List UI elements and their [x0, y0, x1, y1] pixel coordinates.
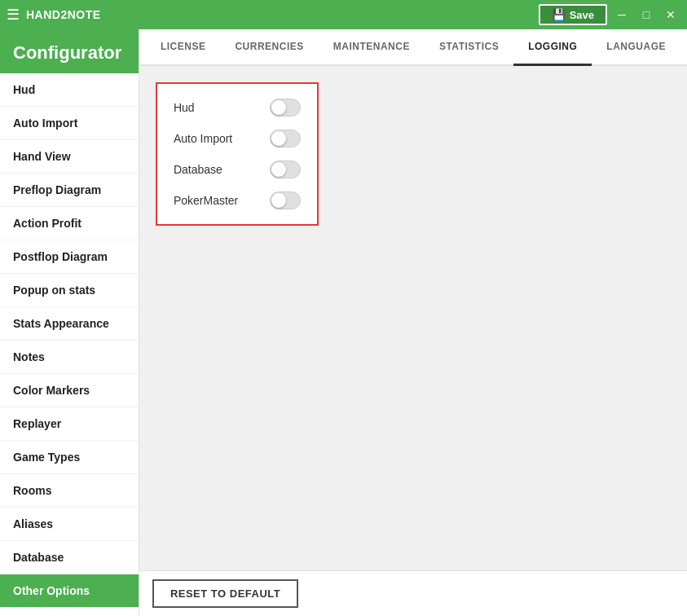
tab-maintenance[interactable]: MAINTENANCE [319, 29, 425, 66]
app-title: HAND2NOTE [26, 8, 101, 21]
tabs-bar: LICENSECURRENCIESMAINTENANCESTATISTICSLO… [139, 29, 687, 66]
toggle-switch-database[interactable] [270, 161, 301, 178]
bottom-bar: RESET TO DEFAULT [139, 570, 687, 616]
sidebar-item-database[interactable]: Database [0, 541, 139, 574]
sidebar-item-action-profit[interactable]: Action Profit [0, 207, 139, 240]
sidebar-header: Configurator [0, 29, 139, 73]
sidebar-item-aliases[interactable]: Aliases [0, 508, 139, 541]
save-icon: 💾 [552, 8, 566, 21]
minimize-button[interactable]: ─ [612, 5, 632, 24]
sidebar: Configurator HudAuto ImportHand ViewPref… [0, 29, 139, 616]
reset-to-default-button[interactable]: RESET TO DEFAULT [152, 579, 298, 608]
toggle-switch-pokermaster[interactable] [270, 191, 301, 209]
sidebar-items: HudAuto ImportHand ViewPreflop DiagramAc… [0, 73, 139, 608]
sidebar-item-popup-on-stats[interactable]: Popup on stats [0, 274, 139, 307]
sidebar-item-postflop-diagram[interactable]: Postflop Diagram [0, 240, 139, 274]
maximize-button[interactable]: □ [636, 5, 656, 24]
sidebar-item-replayer[interactable]: Replayer [0, 407, 139, 441]
tab-license[interactable]: LICENSE [146, 29, 221, 66]
main-panel: HudAuto ImportDatabasePokerMaster [139, 66, 687, 570]
sidebar-item-notes[interactable]: Notes [0, 341, 139, 374]
toggle-row-pokermaster: PokerMaster [157, 185, 317, 216]
toggle-label-auto-import: Auto Import [174, 132, 232, 145]
save-label: Save [570, 9, 594, 21]
tab-logging[interactable]: LOGGING [513, 29, 592, 66]
toggle-row-auto-import: Auto Import [157, 123, 317, 154]
content-area: LICENSECURRENCIESMAINTENANCESTATISTICSLO… [139, 29, 687, 616]
sidebar-item-other-options[interactable]: Other Options [0, 574, 139, 608]
close-button[interactable]: ✕ [661, 5, 680, 24]
menu-icon[interactable]: ☰ [7, 6, 20, 24]
sidebar-item-auto-import[interactable]: Auto Import [0, 107, 139, 140]
sidebar-item-game-types[interactable]: Game Types [0, 441, 139, 474]
save-button[interactable]: 💾 Save [539, 4, 607, 25]
tab-language[interactable]: LANGUAGE [592, 29, 680, 66]
sidebar-item-color-markers[interactable]: Color Markers [0, 374, 139, 407]
sidebar-item-preflop-diagram[interactable]: Preflop Diagram [0, 174, 139, 207]
sidebar-item-rooms[interactable]: Rooms [0, 474, 139, 508]
titlebar-left: ☰ HAND2NOTE [7, 6, 101, 24]
toggle-switch-auto-import[interactable] [270, 130, 301, 147]
toggle-switch-hud[interactable] [270, 99, 301, 117]
tab-currencies[interactable]: CURRENCIES [220, 29, 318, 66]
toggle-label-database: Database [174, 163, 222, 176]
titlebar: ☰ HAND2NOTE 💾 Save ─ □ ✕ [0, 0, 687, 29]
toggle-row-hud: Hud [157, 92, 317, 123]
toggle-label-pokermaster: PokerMaster [174, 194, 238, 207]
tab-statistics[interactable]: STATISTICS [425, 29, 513, 66]
logging-box: HudAuto ImportDatabasePokerMaster [156, 82, 319, 226]
sidebar-item-hand-view[interactable]: Hand View [0, 140, 139, 174]
toggle-row-database: Database [157, 154, 317, 185]
toggle-label-hud: Hud [174, 101, 195, 114]
titlebar-right: 💾 Save ─ □ ✕ [539, 4, 680, 25]
sidebar-item-stats-appearance[interactable]: Stats Appearance [0, 307, 139, 341]
main-layout: Configurator HudAuto ImportHand ViewPref… [0, 29, 687, 616]
sidebar-item-hud[interactable]: Hud [0, 73, 139, 107]
